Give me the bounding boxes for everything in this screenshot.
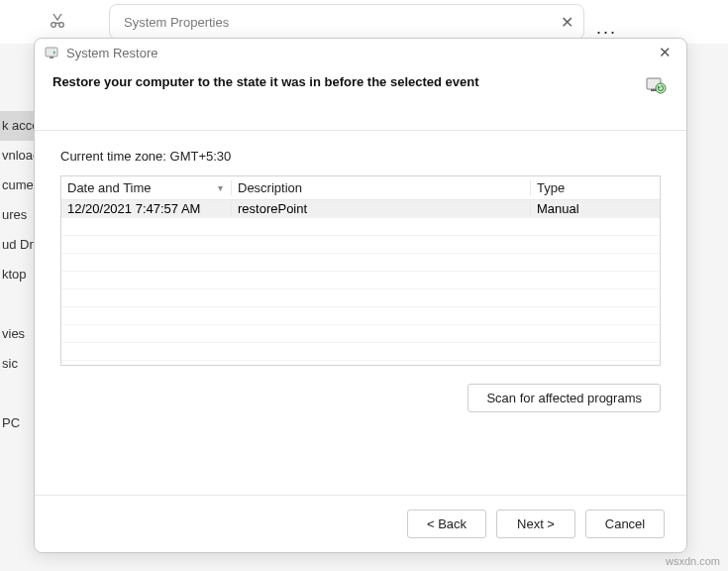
restore-points-table: Date and Time ▾ Description Type 12/20/2… (60, 175, 661, 366)
system-restore-dialog: System Restore ✕ Restore your computer t… (34, 38, 687, 553)
background-dialog-title: System Properties (124, 15, 229, 30)
cell-type: Manual (531, 201, 660, 216)
table-row (61, 289, 660, 307)
column-header-date[interactable]: Date and Time ▾ (61, 180, 232, 195)
table-row (61, 236, 660, 254)
column-header-description[interactable]: Description (232, 180, 531, 195)
cut-icon (50, 13, 65, 32)
table-row[interactable]: 12/20/2021 7:47:57 AM restorePoint Manua… (61, 200, 660, 218)
next-button[interactable]: Next > (496, 510, 575, 538)
background-dialog-titlebar: System Properties ✕ (109, 4, 584, 40)
dialog-header: Restore your computer to the state it wa… (35, 66, 686, 130)
table-row (61, 343, 660, 361)
column-header-type-label: Type (537, 180, 565, 195)
watermark: wsxdn.com (666, 555, 720, 567)
svg-rect-3 (50, 57, 53, 58)
sort-descending-icon: ▾ (218, 182, 223, 193)
dialog-title: System Restore (66, 46, 653, 60)
column-header-date-label: Date and Time (67, 180, 152, 195)
close-icon[interactable]: ✕ (561, 13, 573, 32)
table-header: Date and Time ▾ Description Type (61, 176, 660, 200)
table-row (61, 325, 660, 343)
dialog-heading: Restore your computer to the state it wa… (52, 74, 479, 89)
system-restore-icon (45, 45, 60, 60)
cell-description: restorePoint (232, 201, 531, 216)
title-bar: System Restore ✕ (35, 39, 686, 66)
table-row (61, 218, 660, 236)
table-row (61, 272, 660, 289)
scan-affected-programs-button[interactable]: Scan for affected programs (468, 384, 661, 412)
back-button[interactable]: < Back (407, 510, 486, 538)
table-row (61, 254, 660, 272)
timezone-label: Current time zone: GMT+5:30 (60, 149, 661, 164)
cancel-button[interactable]: Cancel (585, 510, 665, 538)
table-row (61, 307, 660, 325)
scan-row: Scan for affected programs (60, 384, 661, 412)
table-body: 12/20/2021 7:47:57 AM restorePoint Manua… (61, 200, 660, 365)
column-header-type[interactable]: Type (531, 180, 660, 195)
svg-rect-2 (46, 48, 57, 57)
restore-point-icon (645, 74, 665, 94)
dialog-footer: < Back Next > Cancel (35, 495, 686, 552)
dialog-content: Current time zone: GMT+5:30 Date and Tim… (35, 131, 686, 495)
cell-date: 12/20/2021 7:47:57 AM (61, 201, 232, 216)
close-button[interactable]: ✕ (653, 41, 676, 64)
column-header-description-label: Description (238, 180, 302, 195)
close-icon: ✕ (659, 44, 672, 61)
